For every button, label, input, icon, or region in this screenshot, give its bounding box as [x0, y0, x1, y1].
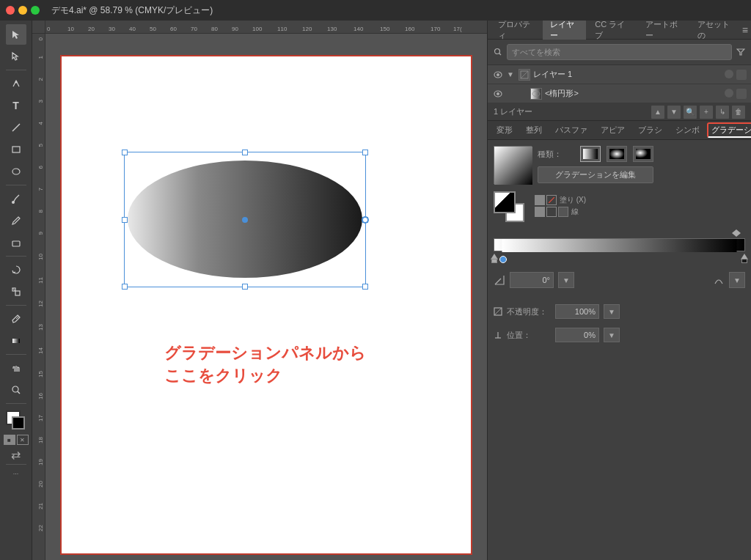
handle-tr[interactable] — [362, 150, 368, 155]
layer-lock-ellipse[interactable] — [736, 89, 747, 99]
svg-line-15 — [499, 54, 502, 56]
stroke-dropdown[interactable]: ▼ — [729, 272, 745, 288]
v-ruler-17: 17 — [37, 415, 44, 421]
ellipse-tool[interactable] — [6, 161, 26, 182]
angle-dropdown[interactable]: ▼ — [558, 272, 574, 288]
tab-transform[interactable]: 変形 — [491, 122, 519, 138]
v-ruler-18: 18 — [37, 437, 44, 443]
eraser-tool[interactable] — [6, 232, 26, 253]
stop-selected-circle[interactable] — [499, 256, 507, 263]
scale-tool[interactable] — [6, 281, 26, 302]
fill-color-mode[interactable] — [535, 195, 545, 205]
no-fill-btn[interactable]: ✕ — [17, 435, 29, 445]
select-tool[interactable] — [6, 24, 26, 45]
gradient-handle[interactable] — [362, 216, 369, 224]
stroke-none-mode[interactable] — [546, 207, 557, 217]
layer-expand-1[interactable]: ▼ — [507, 70, 516, 78]
layer-target-ellipse[interactable] — [725, 89, 733, 97]
canvas-content[interactable]: グラデーションパネルから ここをクリック — [45, 34, 487, 560]
gradient-swatch-big[interactable] — [494, 146, 532, 184]
handle-bc[interactable] — [242, 284, 248, 290]
handle-bl[interactable] — [122, 284, 128, 290]
layer-lock-1[interactable] — [736, 70, 747, 80]
tab-appearance[interactable]: アピア — [595, 122, 631, 138]
filter-icon[interactable] — [736, 48, 745, 56]
stop-black[interactable] — [741, 254, 748, 263]
opacity-icon — [494, 307, 502, 316]
gradient-bar-container[interactable] — [494, 229, 745, 263]
direct-select-tool[interactable] — [6, 46, 26, 67]
move-layer-up-btn[interactable]: ▲ — [651, 106, 664, 119]
ruler-tick-140: 140 — [353, 26, 363, 32]
angle-row: ▼ ▼ — [494, 272, 745, 288]
close-button[interactable] — [6, 6, 15, 15]
gradient-type-linear[interactable] — [580, 146, 601, 162]
gradient-main-row: 種類： グラデーションを編集 — [494, 146, 745, 184]
angle-input[interactable] — [510, 272, 554, 288]
search-input[interactable] — [507, 44, 732, 60]
stop-white[interactable] — [491, 254, 498, 263]
handle-ml[interactable] — [122, 217, 128, 223]
handle-br[interactable] — [362, 284, 368, 290]
delete-layer-btn[interactable]: 🗑 — [732, 106, 745, 119]
fill-none-mode[interactable] — [546, 195, 557, 205]
pencil-tool[interactable] — [6, 210, 26, 231]
swap-icon[interactable]: ⇄ — [11, 448, 21, 462]
fill-swatch[interactable] — [494, 191, 516, 213]
position-input[interactable] — [555, 328, 599, 342]
canvas-container[interactable]: 0 1 2 3 4 5 6 7 8 9 10 11 12 13 14 15 16 — [32, 34, 487, 560]
layer-row-ellipse[interactable]: <楕円形> — [488, 84, 751, 103]
layer-visibility-1[interactable] — [492, 69, 504, 81]
pen-tool[interactable] — [6, 73, 26, 94]
fill-color-btn[interactable]: ■ — [4, 435, 15, 445]
rect-tool[interactable] — [6, 139, 26, 160]
type-tool[interactable]: T — [6, 95, 26, 116]
position-dropdown[interactable]: ▼ — [604, 328, 620, 342]
layer-row-1[interactable]: ▼ レイヤー 1 — [488, 65, 751, 84]
fill-stroke-indicator[interactable] — [4, 409, 28, 432]
stroke-color-mode[interactable] — [535, 207, 545, 217]
tab-pathfinder[interactable]: パスファ — [549, 122, 593, 138]
tab-symbol[interactable]: シンボ — [670, 122, 706, 138]
midpoint-marker[interactable] — [732, 229, 741, 237]
gradient-center-dot[interactable] — [242, 217, 248, 223]
move-layer-down-btn[interactable]: ▼ — [667, 106, 681, 119]
minimize-button[interactable] — [18, 6, 27, 15]
svg-rect-5 — [12, 241, 20, 246]
gradient-type-radial[interactable] — [607, 146, 627, 162]
gradient-type-freeform[interactable] — [633, 146, 653, 162]
search-layer-btn[interactable]: 🔍 — [684, 106, 697, 119]
opacity-dropdown[interactable]: ▼ — [604, 304, 620, 319]
bottom-tabs: 変形 整列 パスファ アピア ブラシ シンボ グラデーション ≡ — [488, 121, 751, 140]
maximize-button[interactable] — [31, 6, 40, 15]
zoom-tool[interactable] — [6, 380, 26, 400]
eyedropper-tool[interactable] — [6, 309, 26, 329]
handle-tl[interactable] — [122, 150, 128, 155]
paintbrush-tool[interactable] — [6, 188, 26, 209]
tab-brush[interactable]: ブラシ — [632, 122, 668, 138]
tab-align[interactable]: 整列 — [520, 122, 548, 138]
new-layer-btn[interactable]: + — [700, 106, 713, 119]
gradient-tool[interactable] — [6, 331, 26, 351]
panel-menu-icon[interactable]: ≡ — [742, 24, 748, 36]
opacity-input[interactable] — [555, 304, 599, 319]
line-tool[interactable] — [6, 117, 26, 138]
canvas-page[interactable]: グラデーションパネルから ここをクリック — [61, 56, 472, 554]
stroke-gradient-mode[interactable] — [558, 207, 568, 217]
hand-tool[interactable] — [6, 358, 26, 378]
new-sublayer-btn[interactable]: ↳ — [716, 106, 729, 119]
ruler-tick-20: 20 — [88, 26, 95, 32]
layer-target-1[interactable] — [725, 70, 733, 78]
ellipse-container[interactable] — [124, 152, 366, 287]
svg-point-11 — [12, 386, 18, 392]
layer-visibility-ellipse[interactable] — [492, 88, 504, 100]
rotate-tool[interactable] — [6, 259, 26, 280]
gradient-bar[interactable] — [494, 238, 745, 251]
edit-gradient-button[interactable]: グラデーションを編集 — [538, 166, 653, 183]
canvas-area: 0 10 20 30 40 50 60 70 80 90 100 110 120… — [32, 21, 487, 560]
handle-tc[interactable] — [242, 150, 248, 155]
svg-rect-26 — [536, 196, 543, 204]
ruler-tick-80: 80 — [211, 26, 218, 32]
spacer-row — [494, 294, 745, 297]
tab-gradient[interactable]: グラデーション — [707, 122, 751, 138]
